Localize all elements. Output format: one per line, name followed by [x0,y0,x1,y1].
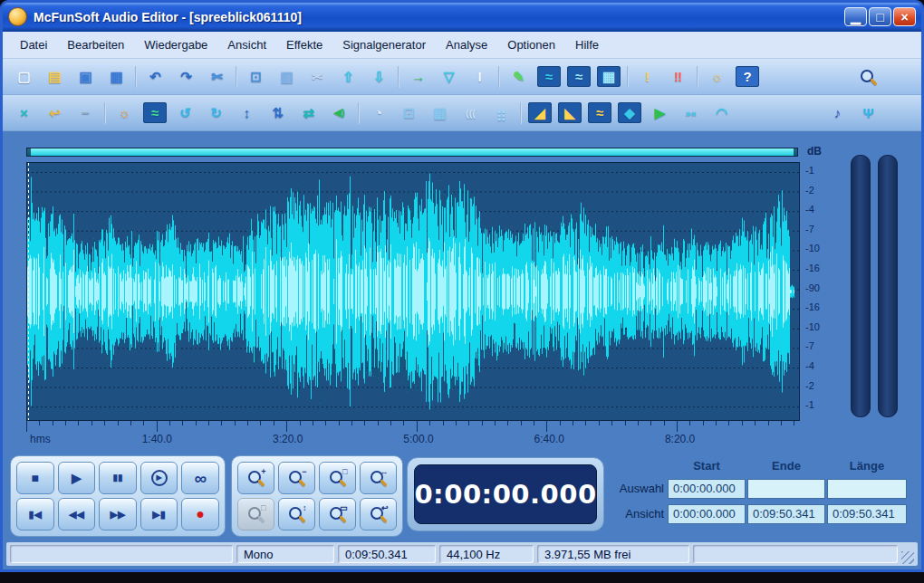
minimize-button[interactable]: ▁ [844,7,867,26]
crop-icon[interactable]: ⊡ [244,65,268,89]
toolbar-separator [697,66,698,88]
paste-new-icon[interactable]: ⇩ [367,65,391,89]
speaker-icon[interactable]: ◀) [327,101,351,125]
record-button[interactable]: ● [181,498,219,530]
menu-item-hilfe[interactable]: Hilfe [565,33,609,56]
status-message [10,545,233,563]
view-end-field[interactable]: 0:09:50.341 [747,504,825,524]
menu-item-datei[interactable]: Datei [10,33,57,56]
skip-end-button[interactable]: ▶▮ [140,498,178,530]
cut-icon[interactable]: ✂ [305,65,330,89]
zoom-previous-button[interactable]: ↩ [360,498,397,530]
selection-end-field[interactable] [747,479,825,499]
expand-vertical-icon[interactable]: ↕ [235,101,259,125]
sound-waves-icon[interactable]: ((( [458,101,483,125]
copy-icon[interactable]: ▥ [274,65,299,89]
zoom-out-button[interactable]: − [278,462,315,494]
shrink-vertical-icon[interactable]: ⇅ [265,101,290,125]
menu-item-bearbeiten[interactable]: Bearbeiten [57,33,134,56]
play-circle-button-glyph: ▶ [151,470,168,486]
zoom-vertical-button[interactable]: ↕ [278,498,315,530]
normalize-warning-icon[interactable]: ! [635,65,659,89]
loop-continuous-icon[interactable]: ↻ [204,101,228,125]
preview-icon[interactable]: ▶ [648,101,672,125]
zoom-all-button[interactable]: ↔ [360,462,397,494]
view-start-field[interactable]: 0:00:00.000 [668,504,746,524]
open-file-icon[interactable]: ▤ [43,65,67,89]
selection-length-field[interactable] [827,479,907,499]
zoom-selection-button[interactable]: □ [319,462,356,494]
zoom-horizontal-button[interactable]: ▭ [319,498,356,530]
menu-item-signalgenerator[interactable]: Signalgenerator [332,33,436,56]
dynamics-icon[interactable]: ◆ [618,102,641,123]
overview-position-bar[interactable] [26,148,798,157]
menu-item-effekte[interactable]: Effekte [276,33,332,56]
help-icon[interactable]: ? [736,66,759,87]
fade-in-icon[interactable]: ◢ [528,102,552,123]
pitch-icon[interactable]: Ψ [856,101,881,125]
undo-icon[interactable]: ↶ [143,65,168,89]
ibeam-cursor-icon[interactable]: I [467,65,492,89]
resize-grip[interactable] [901,551,914,564]
wave-view-icon[interactable]: ≈ [537,66,561,87]
menu-item-analyse[interactable]: Analyse [436,33,497,56]
play-circle-button[interactable]: ▶ [140,462,178,494]
envelope-icon[interactable]: ≈ [588,102,611,123]
skip-start-button[interactable]: ▮◀ [16,498,54,530]
clip-warning-icon[interactable]: ‼ [666,65,690,89]
play-button[interactable]: ▶ [58,462,96,494]
pause-button[interactable]: ▮▮ [99,462,137,494]
smooth-icon[interactable]: ◠ [709,101,734,125]
save-file-icon[interactable]: ▣ [73,65,98,89]
wave-grid-icon[interactable]: ▦ [597,66,621,87]
mix-icon-glyph: ✎ [513,69,525,85]
undo-history-icon[interactable]: ↩ [43,101,67,125]
loop-button[interactable]: ∞ [181,462,219,494]
filter-icon[interactable]: ▽ [437,65,461,89]
wave-multi-icon[interactable]: ≈ [567,66,591,87]
menu-item-optionen[interactable]: Optionen [497,33,565,56]
trim-icon[interactable]: ✄ [205,65,229,89]
audio-settings-icon[interactable]: ☼ [705,65,729,89]
brightness-icon[interactable]: ☼ [112,101,137,125]
search-magnifier-icon[interactable] [856,65,881,89]
compress-icon[interactable]: »« [679,101,703,125]
stop-button[interactable]: ■ [16,462,54,494]
play-button-glyph: ▶ [72,472,82,484]
zoom-frame-icon[interactable]: ⊡ [397,101,421,125]
view-length-field[interactable]: 0:09:50.341 [827,504,907,524]
save-all-icon[interactable]: ▦ [104,65,129,89]
loop-once-icon[interactable]: ↺ [173,101,197,125]
magnifier-handle [870,78,877,85]
menu-item-wiedergabe[interactable]: Wiedergabe [134,33,217,56]
window-title: McFunSoft Audio Editor - [spreeblick0611… [34,10,844,24]
redo-icon[interactable]: ↷ [174,65,198,89]
close-button[interactable]: × [893,7,916,26]
shrink-vertical-icon-glyph: ⇅ [272,105,284,121]
buffer-icon[interactable]: ▦ [428,101,452,125]
export-icon[interactable]: → [406,65,430,89]
music-note-icon[interactable]: ♪ [825,101,850,125]
swap-channels-icon[interactable]: × [12,101,36,125]
stopwatch-icon[interactable]: ◔ [366,101,390,125]
selection-start-field[interactable]: 0:00:00.000 [668,479,746,499]
zoom-vertical-button-icon: ↕ [288,505,306,523]
waveform-canvas[interactable] [26,162,800,421]
paste-icon[interactable]: ⇧ [336,65,361,89]
toolbar-separator [627,66,629,88]
title-bar[interactable]: McFunSoft Audio Editor - [spreeblick0611… [3,3,921,32]
new-file-icon[interactable]: ▢ [12,65,36,89]
rewind-button[interactable]: ◀◀ [58,498,96,530]
fade-out-icon[interactable]: ◣ [558,102,582,123]
remove-icon[interactable]: − [73,101,98,125]
time-ruler-ticks[interactable] [26,421,798,432]
menu-item-ansicht[interactable]: Ansicht [217,33,276,56]
zoom-in-button[interactable]: + [237,462,274,494]
spectrum-icon[interactable]: ⣶ [489,101,514,125]
screen: McFunSoft Audio Editor - [spreeblick0611… [0,0,924,583]
fit-selection-icon[interactable]: ≈ [143,102,167,123]
mix-icon[interactable]: ✎ [506,65,531,89]
fast-forward-button[interactable]: ▶▶ [99,498,137,530]
maximize-button[interactable]: □ [869,7,891,26]
channel-swap-icon[interactable]: ⇄ [296,101,321,125]
